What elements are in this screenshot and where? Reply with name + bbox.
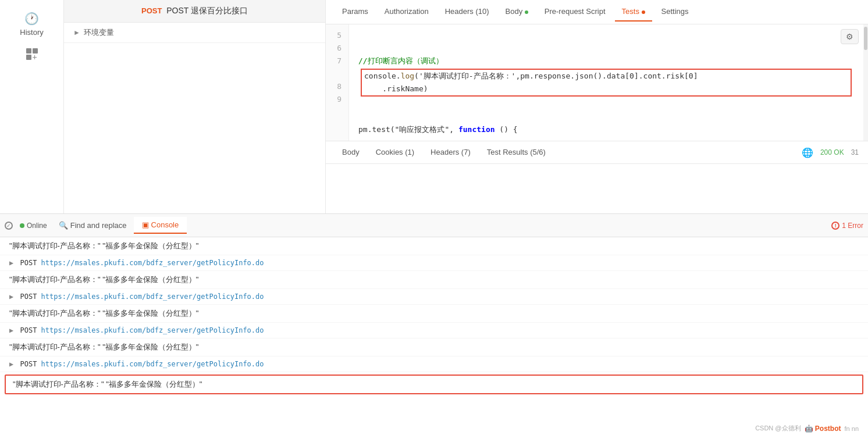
find-replace-button[interactable]: 🔍 Find and replace [54, 219, 131, 232]
collection-title: POST 退保百分比接口 [166, 6, 248, 15]
arrow-icon: ▶ [9, 259, 13, 267]
log-post-line-2: ▶ POST https://msales.pkufi.com/bdfz_ser… [0, 289, 868, 305]
grid-plus-icon [26, 48, 38, 60]
resp-tab-headers[interactable]: Headers (7) [424, 144, 478, 161]
code-line-7: console.log('脚本调试打印-产品名称：',pm.response.j… [361, 69, 852, 97]
scrollbar-thumb [864, 27, 867, 50]
postbot-label: 🤖 Postbot [805, 425, 841, 433]
log-post-line-3: ▶ POST https://msales.pkufi.com/bdfz_ser… [0, 323, 868, 338]
sidebar-item-history[interactable]: 🕐 History [15, 6, 48, 42]
bottom-footer: CSDN @众德利 🤖 Postbot fn nn [746, 422, 868, 435]
sidebar: 🕐 History [0, 0, 64, 213]
error-circle-icon: ! [831, 222, 839, 230]
console-log-area: "脚本调试打印-产品名称：" "福多多年金保险（分红型）" ▶ POST htt… [0, 237, 868, 435]
user-label: fn nn [845, 425, 859, 432]
collections-panel: POST POST 退保百分比接口 ► 环境变量 [64, 0, 326, 213]
code-content[interactable]: //打印断言内容（调试） console.log('脚本调试打印-产品名称：',… [349, 24, 863, 141]
error-label: 1 Error [842, 222, 863, 230]
find-replace-label: Find and replace [70, 221, 127, 230]
arrow-icon-2: ▶ [9, 293, 13, 301]
tab-settings[interactable]: Settings [654, 2, 696, 22]
resp-tab-testresults[interactable]: Test Results (5/6) [480, 144, 553, 161]
line-numbers: 5 6 7 8 9 [326, 24, 349, 141]
globe-icon: 🌐 [802, 147, 813, 158]
editor-scrollbar[interactable] [863, 24, 868, 141]
console-tab[interactable]: ▣ Console [134, 217, 187, 234]
sidebar-item-grid[interactable] [22, 42, 42, 66]
online-label: Online [27, 222, 47, 230]
error-badge: ! 1 Error [831, 222, 863, 230]
history-icon: 🕐 [24, 12, 39, 26]
resp-tab-cookies[interactable]: Cookies (1) [369, 144, 421, 161]
tests-dot [642, 10, 645, 14]
sidebar-item-label: History [20, 28, 43, 37]
env-variable-label: 环境变量 [84, 27, 114, 38]
main-content: Params Authorization Headers (10) Body P… [326, 0, 868, 213]
env-variable-item[interactable]: ► 环境变量 [64, 23, 325, 43]
editor-toolbar: ⚙ [841, 29, 859, 44]
bottom-area: ✓ Online 🔍 Find and replace ▣ Console ! … [0, 213, 868, 435]
search-icon: 🔍 [59, 221, 68, 230]
code-editor[interactable]: 5 6 7 8 9 //打印断言内容（调试） console.log('脚本调试… [326, 24, 868, 141]
console-icon: ▣ [142, 220, 149, 229]
resp-tab-body[interactable]: Body [335, 144, 367, 161]
online-dot [20, 223, 24, 228]
code-line-9: pm.test("响应报文格式", function () { [358, 125, 518, 134]
online-check-icon: ✓ [5, 222, 13, 230]
tab-headers[interactable]: Headers (10) [438, 2, 496, 22]
tab-params[interactable]: Params [335, 2, 375, 22]
response-status: 🌐 200 OK 31 [802, 147, 859, 158]
response-size: 31 [851, 148, 859, 156]
bottom-tabs: ✓ Online 🔍 Find and replace ▣ Console ! … [0, 214, 868, 237]
csdn-label: CSDN @众德利 [755, 424, 801, 433]
console-label: Console [151, 220, 179, 229]
log-post-line: ▶ POST https://msales.pkufi.com/bdfz_ser… [0, 255, 868, 271]
code-line-6: //打印断言内容（调试） [358, 56, 443, 65]
log-line-2: "脚本调试打印-产品名称：" "福多多年金保险（分红型）" [0, 271, 868, 289]
response-tabs: Body Cookies (1) Headers (7) Test Result… [326, 141, 868, 164]
editor-settings-btn[interactable]: ⚙ [841, 29, 859, 44]
body-dot [525, 10, 528, 14]
online-indicator: Online [15, 222, 52, 230]
log-line-3: "脚本调试打印-产品名称：" "福多多年金保险（分红型）" [0, 305, 868, 323]
log-line: "脚本调试打印-产品名称：" "福多多年金保险（分红型）" [0, 237, 868, 255]
log-post-line-4: ▶ POST https://msales.pkufi.com/bdfz_ser… [0, 356, 868, 372]
arrow-icon-3: ▶ [9, 326, 13, 334]
tab-prerequest[interactable]: Pre-request Script [538, 2, 613, 22]
tab-body[interactable]: Body [499, 2, 535, 22]
tab-authorization[interactable]: Authorization [378, 2, 436, 22]
tab-tests[interactable]: Tests [615, 2, 652, 22]
request-tabs: Params Authorization Headers (10) Body P… [326, 0, 868, 24]
status-ok: 200 OK [820, 148, 844, 156]
chevron-icon: ► [73, 28, 80, 37]
method-badge: POST [141, 6, 162, 15]
log-line-highlighted: "脚本调试打印-产品名称：" "福多多年金保险（分红型）" [5, 375, 863, 394]
arrow-icon-4: ▶ [9, 360, 13, 368]
log-line-4: "脚本调试打印-产品名称：" "福多多年金保险（分红型）" [0, 338, 868, 356]
collection-header: POST POST 退保百分比接口 [64, 0, 325, 23]
